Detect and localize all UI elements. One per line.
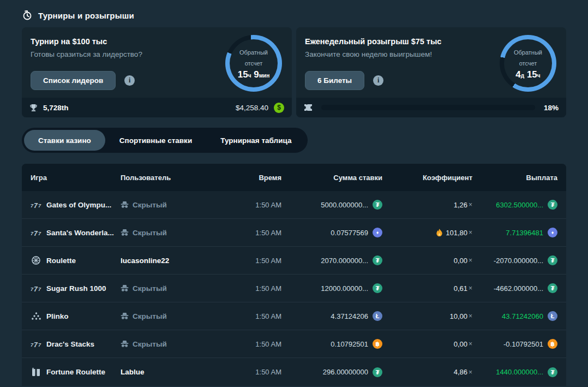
tickets-button[interactable]: 6 Билеты bbox=[305, 71, 364, 90]
payout-amount: 43.71242060 bbox=[502, 312, 543, 320]
tournament-card: Турнир на $100 тыс Готовы сразиться за л… bbox=[22, 27, 292, 117]
multiplier-x: × bbox=[469, 340, 472, 348]
multiplier-x: × bbox=[469, 229, 472, 236]
flame-icon bbox=[436, 229, 442, 236]
user-name[interactable]: lucasonline22 bbox=[121, 257, 169, 265]
timer-icon bbox=[22, 10, 33, 21]
currency-icon-usdt: ₮ bbox=[548, 367, 557, 377]
bet-time: 1:50 AM bbox=[213, 229, 281, 237]
hidden-user-icon bbox=[121, 341, 129, 348]
hidden-user-icon bbox=[121, 201, 129, 209]
payout-amount: -0.10792501 bbox=[503, 340, 543, 348]
svg-text:7: 7 bbox=[34, 230, 38, 236]
user-name: Скрытый bbox=[133, 284, 167, 293]
raffle-subtitle: Закончите свою неделю выигрышем! bbox=[305, 50, 441, 58]
multiplier-x: × bbox=[469, 201, 472, 209]
tournament-countdown-ring: Обратный отсчет 15ч 9мин bbox=[225, 35, 282, 92]
game-name[interactable]: Plinko bbox=[46, 312, 69, 320]
svg-text:7: 7 bbox=[38, 231, 41, 236]
tournaments-page: Турниры и розыгрыши Турнир на $100 тыс Г… bbox=[0, 0, 588, 386]
bet-amount: 2070.000000... bbox=[321, 257, 368, 265]
svg-text:7: 7 bbox=[34, 285, 38, 292]
game-name[interactable]: Gates of Olympu... bbox=[46, 201, 111, 209]
bet-amount: 0.07577569 bbox=[331, 229, 368, 237]
table-header: Игра Пользователь Время Сумма ставки Коэ… bbox=[22, 164, 566, 191]
tab-sport-bets[interactable]: Спортивные ставки bbox=[105, 130, 206, 151]
currency-icon-usdt: ₮ bbox=[373, 200, 382, 210]
hidden-user-icon bbox=[121, 285, 129, 292]
col-payout: Выплата bbox=[472, 174, 557, 182]
multiplier-value: 10,00 bbox=[449, 312, 467, 320]
game-name[interactable]: Roulette bbox=[46, 257, 76, 265]
bet-amount: 5000.000000... bbox=[321, 201, 368, 209]
multiplier-x: × bbox=[469, 368, 472, 376]
payout-amount: -2070.000000... bbox=[494, 257, 543, 265]
bet-time: 1:50 AM bbox=[213, 284, 281, 293]
bet-amount: 4.37124206 bbox=[331, 312, 368, 320]
currency-icon-btc: ฿ bbox=[548, 339, 557, 349]
table-row: 777Santa's Wonderla... Скрытый 1:50 AM 0… bbox=[22, 219, 566, 247]
countdown-value: 15ч 9мин bbox=[233, 69, 274, 80]
table-row: 777Sugar Rush 1000 Скрытый 1:50 AM 12000… bbox=[22, 275, 566, 302]
page-header: Турниры и розыгрыши bbox=[22, 9, 566, 22]
payout-amount: 6302.500000... bbox=[496, 201, 543, 209]
currency-icon-eth: ♦ bbox=[548, 228, 557, 237]
table-row: Plinko Скрытый 1:50 AM 4.37124206Ł 10,00… bbox=[22, 302, 566, 330]
countdown-label: Обратный отсчет bbox=[514, 49, 542, 67]
table-row: Fortune Roulette Lablue 1:50 AM 296.0000… bbox=[22, 358, 566, 386]
bet-time: 1:50 AM bbox=[213, 368, 281, 376]
multiplier-x: × bbox=[469, 257, 472, 264]
bet-amount: 0.10792501 bbox=[331, 340, 368, 348]
svg-text:7: 7 bbox=[38, 287, 41, 292]
svg-text:7: 7 bbox=[38, 342, 41, 348]
leaderboard-button[interactable]: Список лидеров bbox=[31, 71, 116, 90]
currency-icon-usdt: ₮ bbox=[373, 255, 382, 265]
bet-time: 1:50 AM bbox=[213, 340, 281, 348]
dollar-coin-icon: $ bbox=[274, 103, 284, 113]
game-name[interactable]: Santa's Wonderla... bbox=[46, 229, 114, 237]
raffle-title: Еженедельный розыгрыш $75 тыс bbox=[305, 37, 441, 46]
table-row: Roulette lucasonline22 1:50 AM 2070.0000… bbox=[22, 247, 566, 275]
weekly-progress-bar bbox=[321, 105, 535, 110]
progress-percent: 18% bbox=[544, 104, 559, 112]
multiplier-value: 4,86 bbox=[454, 368, 467, 376]
user-name: Скрытый bbox=[133, 340, 167, 348]
currency-icon-ltc: Ł bbox=[373, 311, 382, 321]
plinko-icon bbox=[31, 312, 41, 320]
bet-amount: 296.00000000 bbox=[323, 368, 368, 376]
user-name: Скрытый bbox=[133, 201, 167, 209]
info-icon[interactable]: i bbox=[373, 75, 383, 86]
info-icon[interactable]: i bbox=[124, 75, 135, 86]
tournament-rank: 5,728th bbox=[43, 104, 69, 112]
tournament-subtitle: Готовы сразиться за лидерство? bbox=[31, 50, 142, 58]
payout-amount: -4662.000000... bbox=[494, 284, 543, 293]
currency-icon-btc: ฿ bbox=[373, 339, 382, 349]
payout-cell: 6302.500000...₮ bbox=[472, 200, 557, 210]
payout-cell: 7.71396481♦ bbox=[472, 228, 557, 237]
payout-cell: 1440.000000...₮ bbox=[472, 367, 557, 377]
multiplier-value: 0,00 bbox=[454, 340, 467, 348]
bets-table: Игра Пользователь Время Сумма ставки Коэ… bbox=[22, 164, 566, 386]
tab-casino-bets[interactable]: Ставки казино bbox=[24, 130, 105, 151]
tab-leaderboard[interactable]: Турнирная таблица bbox=[206, 130, 305, 151]
game-name[interactable]: Fortune Roulette bbox=[46, 368, 105, 376]
live-casino-icon bbox=[31, 368, 41, 376]
game-name[interactable]: Sugar Rush 1000 bbox=[46, 284, 106, 293]
countdown-value: 4д 15ч bbox=[507, 69, 549, 80]
currency-icon-ltc: Ł bbox=[548, 311, 557, 321]
bet-amount: 12000.00000... bbox=[321, 284, 368, 293]
svg-text:7: 7 bbox=[38, 203, 41, 209]
bet-time: 1:50 AM bbox=[213, 201, 281, 209]
currency-icon-usdt: ₮ bbox=[548, 283, 557, 293]
tournament-prize: $4,258.40 bbox=[236, 104, 268, 112]
payout-cell: -4662.000000...₮ bbox=[472, 283, 557, 293]
currency-icon-eth: ♦ bbox=[373, 228, 382, 237]
page-title: Турниры и розыгрыши bbox=[38, 11, 134, 20]
slots-icon: 777 bbox=[31, 340, 41, 348]
table-row: 777Gates of Olympu... Скрытый 1:50 AM 50… bbox=[22, 191, 566, 219]
user-name: Скрытый bbox=[133, 312, 167, 320]
user-name[interactable]: Lablue bbox=[121, 368, 145, 376]
currency-icon-usdt: ₮ bbox=[548, 200, 557, 210]
game-name[interactable]: Drac's Stacks bbox=[46, 340, 94, 348]
col-multiplier: Коэффициент bbox=[382, 174, 472, 182]
